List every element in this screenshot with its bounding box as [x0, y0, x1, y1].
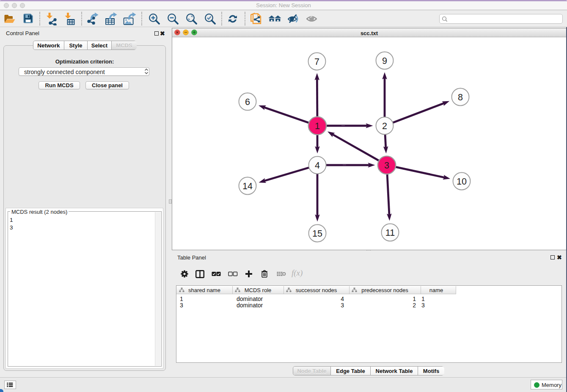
svg-text:11: 11: [385, 228, 395, 238]
svg-text:9: 9: [382, 56, 387, 66]
svg-text:6: 6: [245, 97, 250, 107]
svg-text:1: 1: [315, 121, 320, 131]
svg-text:15: 15: [312, 229, 322, 239]
svg-text:2: 2: [382, 121, 387, 131]
svg-text:3: 3: [384, 160, 389, 171]
svg-text:7: 7: [314, 57, 319, 67]
svg-text:10: 10: [457, 177, 467, 187]
svg-text:8: 8: [458, 92, 463, 102]
svg-text:4: 4: [315, 160, 320, 171]
svg-text:14: 14: [242, 181, 253, 191]
